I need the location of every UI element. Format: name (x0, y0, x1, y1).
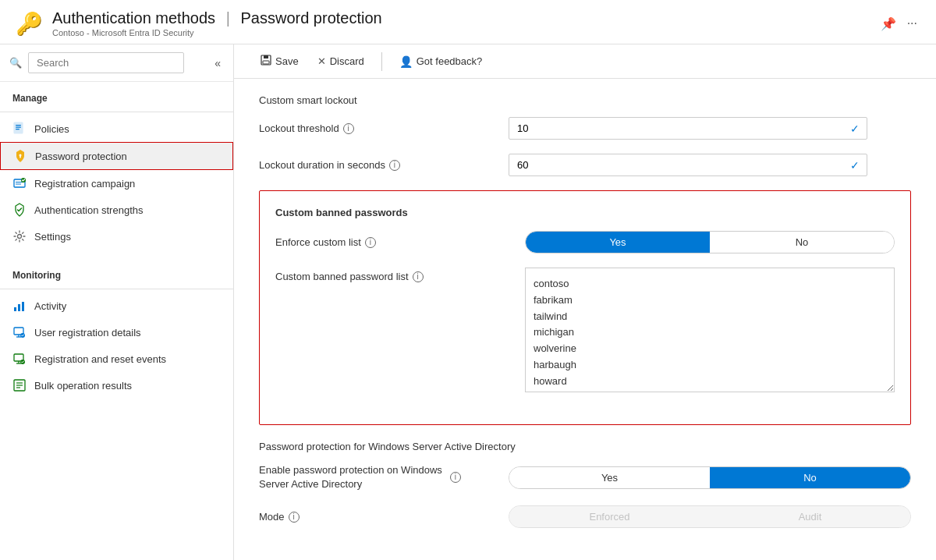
save-button[interactable]: Save (253, 51, 307, 72)
more-button[interactable]: ··· (904, 13, 920, 34)
policies-icon (12, 122, 27, 136)
monitoring-section-label: Monitoring (0, 259, 233, 285)
manage-section-label: Manage (0, 82, 233, 108)
lockout-threshold-row: Lockout threshold i 10 5 15 20 ✓ (259, 117, 911, 140)
sidebar-item-label: Policies (34, 123, 69, 135)
sidebar-item-label: Authentication strengths (34, 204, 143, 216)
lockout-duration-info-icon[interactable]: i (389, 160, 400, 171)
mode-label: Mode i (259, 511, 509, 523)
enforce-no-button[interactable]: No (710, 232, 894, 253)
toolbar-divider (381, 52, 382, 71)
sidebar-item-label: Activity (34, 300, 66, 312)
mode-info-icon[interactable]: i (289, 512, 300, 523)
sidebar-item-registration-campaign[interactable]: Registration campaign (0, 170, 233, 197)
feedback-icon: 👤 (399, 55, 413, 68)
pin-button[interactable]: 📌 (878, 13, 899, 34)
sidebar-item-label: Registration and reset events (34, 353, 166, 365)
svg-rect-27 (264, 55, 268, 58)
sidebar-item-label: Registration campaign (34, 178, 135, 190)
enforce-toggle-group: Yes No (525, 231, 895, 253)
enable-windows-label: Enable password protection on WindowsSer… (259, 463, 509, 491)
banned-password-list-input[interactable]: contoso fabrikam tailwind michigan wolve… (525, 268, 895, 392)
svg-rect-3 (16, 129, 20, 129)
sidebar-item-policies[interactable]: Policies (0, 115, 233, 142)
discard-icon: ✕ (317, 55, 326, 67)
toolbar: Save ✕ Discard 👤 Got feedback? (234, 44, 936, 79)
lockout-duration-select[interactable]: 60 30 120 300 (509, 154, 867, 176)
enforce-custom-list-row: Enforce custom list i Yes No (275, 231, 895, 253)
banned-passwords-title: Custom banned passwords (275, 207, 895, 218)
user-registration-icon (12, 325, 27, 339)
enable-windows-yes-button[interactable]: Yes (509, 467, 710, 488)
bulk-operation-icon (12, 378, 27, 392)
password-protection-icon (13, 149, 27, 163)
enable-windows-no-button[interactable]: No (710, 467, 910, 488)
auth-strengths-icon (12, 203, 27, 217)
svg-rect-11 (14, 307, 16, 311)
activity-icon (12, 299, 27, 313)
enforce-yes-button[interactable]: Yes (526, 232, 710, 253)
enable-windows-row: Enable password protection on WindowsSer… (259, 463, 911, 491)
sidebar-item-bulk-operation[interactable]: Bulk operation results (0, 372, 233, 399)
mode-enforced-button[interactable]: Enforced (509, 506, 710, 527)
lockout-duration-dropdown-wrapper: 60 30 120 300 ✓ (509, 154, 867, 176)
registration-reset-icon (12, 352, 27, 366)
lockout-duration-label: Lockout duration in seconds i (259, 159, 509, 171)
smart-lockout-title: Custom smart lockout (259, 94, 911, 106)
svg-rect-0 (14, 122, 23, 133)
sidebar-item-authentication-strengths[interactable]: Authentication strengths (0, 197, 233, 223)
enforce-list-label: Enforce custom list i (275, 236, 525, 248)
search-input[interactable] (28, 52, 184, 73)
sidebar-item-password-protection[interactable]: Password protection (0, 142, 233, 170)
sidebar-item-label: User registration details (34, 327, 141, 338)
search-icon: 🔍 (9, 57, 22, 69)
enforce-list-info-icon[interactable]: i (365, 237, 376, 248)
enable-windows-info-icon[interactable]: i (450, 472, 461, 483)
sidebar: 🔍 « Manage Policies (0, 44, 234, 560)
sidebar-item-registration-reset[interactable]: Registration and reset events (0, 346, 233, 372)
sidebar-item-settings[interactable]: Settings (0, 223, 233, 250)
enable-windows-toggle-group: Yes No (509, 466, 911, 489)
registration-campaign-icon (12, 176, 27, 190)
discard-button[interactable]: ✕ Discard (310, 51, 372, 71)
mode-toggle-control: Enforced Audit (509, 505, 911, 528)
lockout-threshold-dropdown-wrapper: 10 5 15 20 ✓ (509, 117, 867, 140)
sidebar-item-user-registration[interactable]: User registration details (0, 319, 233, 346)
mode-toggle-group: Enforced Audit (509, 505, 911, 528)
mode-audit-button[interactable]: Audit (710, 506, 910, 527)
svg-rect-1 (16, 125, 21, 126)
settings-icon (12, 229, 27, 243)
lockout-threshold-control: 10 5 15 20 ✓ (509, 117, 911, 140)
collapse-button[interactable]: « (211, 54, 224, 73)
enable-windows-toggle-control: Yes No (509, 466, 911, 489)
lockout-duration-control: 60 30 120 300 ✓ (509, 154, 911, 176)
app-header: 🔑 Authentication methods | Password prot… (0, 0, 936, 44)
banned-passwords-section: Custom banned passwords Enforce custom l… (259, 190, 911, 425)
lockout-threshold-info-icon[interactable]: i (343, 123, 354, 134)
header-subtitle: Contoso - Microsoft Entra ID Security (52, 28, 878, 37)
svg-rect-13 (22, 302, 24, 311)
lockout-duration-row: Lockout duration in seconds i 60 30 120 … (259, 154, 911, 176)
lockout-threshold-select[interactable]: 10 5 15 20 (509, 117, 867, 140)
page-title: Authentication methods | Password protec… (52, 9, 878, 27)
sidebar-item-activity[interactable]: Activity (0, 292, 233, 319)
monitoring-section: Monitoring (0, 259, 233, 292)
banned-list-label: Custom banned password list i (275, 268, 525, 282)
header-title-block: Authentication methods | Password protec… (52, 9, 878, 37)
lockout-threshold-label: Lockout threshold i (259, 122, 509, 134)
header-actions: 📌 ··· (878, 13, 920, 34)
sidebar-item-label: Bulk operation results (34, 380, 132, 392)
windows-section-title: Password protection for Windows Server A… (259, 441, 911, 452)
banned-list-info-icon[interactable]: i (413, 271, 424, 282)
enforce-toggle-control: Yes No (525, 231, 895, 253)
banned-list-row: Custom banned password list i contoso fa… (275, 268, 895, 395)
save-icon (261, 55, 271, 68)
main-content: Custom smart lockout Lockout threshold i… (234, 79, 936, 560)
sidebar-search-bar: 🔍 « (0, 44, 233, 82)
svg-rect-5 (20, 156, 21, 158)
app-icon: 🔑 (16, 11, 43, 37)
svg-rect-12 (18, 304, 20, 311)
feedback-button[interactable]: 👤 Got feedback? (392, 51, 491, 72)
svg-rect-8 (16, 184, 21, 185)
mode-row: Mode i Enforced Audit (259, 505, 911, 528)
